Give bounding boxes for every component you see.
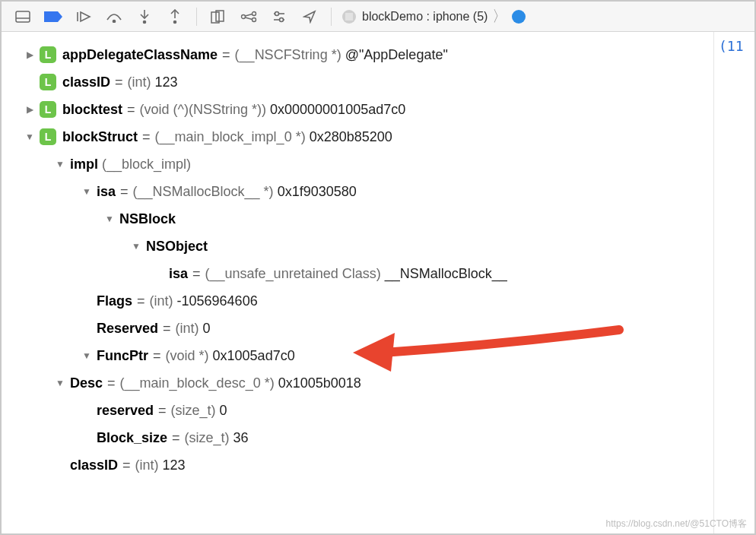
var-value: 36 <box>233 430 249 446</box>
disclosure-triangle[interactable] <box>104 214 115 224</box>
var-type: (__main_block_impl_0 *) <box>155 129 306 145</box>
local-badge: L <box>40 46 56 63</box>
toolbar-separator <box>331 8 332 26</box>
step-over-icon[interactable] <box>99 2 129 32</box>
disclosure-triangle[interactable] <box>55 159 65 169</box>
var-value: 123 <box>163 457 186 473</box>
var-name: classID <box>62 74 110 90</box>
continue-icon[interactable] <box>68 2 99 32</box>
breadcrumb-project: blockDemo : iphone (5) <box>362 10 488 24</box>
disclosure-triangle[interactable] <box>24 104 35 115</box>
var-row-appdelegate[interactable]: L appDelegateClassName = (__NSCFString *… <box>2 41 713 68</box>
svg-point-9 <box>174 21 176 23</box>
svg-marker-4 <box>81 12 90 21</box>
var-type: (int) <box>128 74 151 90</box>
local-badge: L <box>40 74 56 90</box>
thread-badge <box>512 10 526 24</box>
var-value: 123 <box>155 74 178 90</box>
var-row-flags[interactable]: Flags = (int) -1056964606 <box>2 287 713 315</box>
var-name: Desc <box>70 375 103 391</box>
var-row-struct-classid[interactable]: classID = (int) 123 <box>2 451 713 479</box>
equals: = <box>137 293 145 309</box>
step-into-icon[interactable] <box>129 2 160 32</box>
var-name: reserved <box>97 403 154 419</box>
var-value: 0x1f9030580 <box>278 184 357 200</box>
equals: = <box>172 430 180 446</box>
svg-point-12 <box>242 14 246 18</box>
var-value: __NSMallocBlock__ <box>385 266 507 282</box>
var-row-nsblock[interactable]: NSBlock <box>2 205 713 233</box>
breadcrumb[interactable]: blockDemo : iphone (5) 〉 <box>341 6 526 27</box>
equals: = <box>153 348 161 364</box>
var-type: (int) <box>135 457 159 473</box>
svg-point-14 <box>253 17 256 21</box>
equals: = <box>122 457 131 473</box>
main-area: L appDelegateClassName = (__NSCFString *… <box>2 32 754 533</box>
svg-rect-0 <box>16 11 30 22</box>
equals: = <box>222 47 230 63</box>
var-value: 0x1005ad7c0 <box>213 348 295 364</box>
breakpoint-icon[interactable] <box>38 2 68 32</box>
disclosure-triangle[interactable] <box>81 186 92 197</box>
view-debugger-icon[interactable] <box>203 2 233 32</box>
var-row-nsobject[interactable]: NSObject <box>2 233 713 260</box>
var-value: 0x1005b0018 <box>278 375 361 391</box>
var-type: (void *) <box>166 348 209 364</box>
var-row-nsobject-isa[interactable]: isa = (__unsafe_unretained Class) __NSMa… <box>2 260 713 287</box>
toolbar-separator <box>196 8 197 26</box>
var-type: (size_t) <box>171 403 216 419</box>
step-out-icon[interactable] <box>160 2 190 32</box>
var-type: (void (^)(NSString *)) <box>140 102 266 118</box>
location-icon[interactable] <box>294 2 325 32</box>
disclosure-triangle[interactable] <box>131 241 141 252</box>
var-type: (__NSCFString *) <box>235 47 341 63</box>
var-value: 0x280b85200 <box>310 129 392 145</box>
equals: = <box>158 403 167 419</box>
svg-point-19 <box>275 11 279 15</box>
watermark: https://blog.csdn.net/@51CTO博客 <box>606 518 747 530</box>
svg-line-15 <box>246 14 253 16</box>
disclosure-triangle[interactable] <box>81 350 92 361</box>
var-value: 0 <box>220 403 227 419</box>
var-row-blocktest[interactable]: L blocktest = (void (^)(NSString *)) 0x0… <box>2 96 713 123</box>
var-name: classID <box>70 457 118 473</box>
svg-marker-21 <box>304 11 315 22</box>
var-type: (int) <box>150 293 173 309</box>
var-row-blockstruct[interactable]: L blockStruct = (__main_block_impl_0 *) … <box>2 123 713 150</box>
var-row-impl[interactable]: impl (__block_impl) <box>2 150 713 178</box>
variables-view[interactable]: L appDelegateClassName = (__NSCFString *… <box>2 32 713 533</box>
var-value: @"AppDelegate" <box>345 47 448 63</box>
var-row-funcptr[interactable]: FuncPtr = (void *) 0x1005ad7c0 <box>2 342 713 369</box>
var-name: NSObject <box>146 239 208 255</box>
equals: = <box>192 266 201 282</box>
chevron-right-icon: 〉 <box>492 6 507 27</box>
memory-graph-icon[interactable] <box>233 2 264 32</box>
var-name: isa <box>97 184 116 200</box>
var-row-desc-reserved[interactable]: reserved = (size_t) 0 <box>2 397 713 424</box>
disclosure-triangle[interactable] <box>24 131 35 142</box>
var-type: (__main_block_desc_0 *) <box>120 375 275 391</box>
var-row-desc[interactable]: Desc = (__main_block_desc_0 *) 0x1005b00… <box>2 369 713 397</box>
var-row-classid[interactable]: L classID = (int) 123 <box>2 68 713 96</box>
var-name: blockStruct <box>62 129 138 145</box>
equals: = <box>120 184 129 200</box>
var-name: impl <box>70 157 98 173</box>
svg-marker-2 <box>44 11 62 22</box>
svg-rect-23 <box>345 13 353 21</box>
var-row-impl-isa[interactable]: isa = (__NSMallocBlock__ *) 0x1f9030580 <box>2 178 713 205</box>
disclosure-triangle[interactable] <box>55 378 65 388</box>
disclosure-triangle[interactable] <box>24 49 35 60</box>
local-badge: L <box>40 101 56 118</box>
var-row-block-size[interactable]: Block_size = (size_t) 36 <box>2 424 713 451</box>
equals: = <box>115 74 123 90</box>
var-row-reserved[interactable]: Reserved = (int) 0 <box>2 315 713 342</box>
svg-point-7 <box>144 21 146 23</box>
equals: = <box>142 129 151 145</box>
panel-toggle-icon[interactable] <box>8 2 38 32</box>
line-indicator: (11 <box>719 38 744 54</box>
var-name: Flags <box>97 293 132 309</box>
var-name: Reserved <box>97 321 158 337</box>
svg-point-20 <box>280 17 284 21</box>
environment-overrides-icon[interactable] <box>264 2 294 32</box>
var-type: (size_t) <box>185 430 230 446</box>
